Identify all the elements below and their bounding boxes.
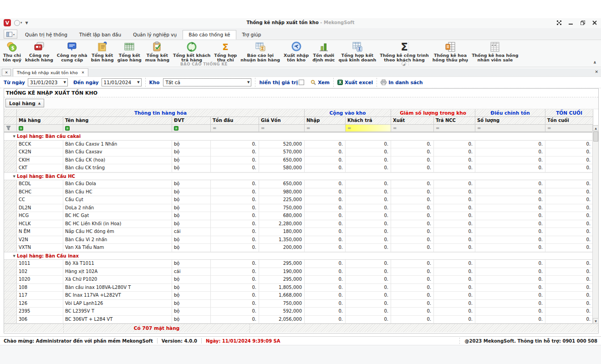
grid-cell: 0. xyxy=(434,308,475,316)
filter-cell-11[interactable]: = xyxy=(545,125,593,132)
ribbon-collapse-icon[interactable]: ∧ xyxy=(593,60,596,65)
column-header-1[interactable]: Mã hàng xyxy=(17,117,63,125)
menu-tab-3[interactable]: Quản lý nghiệp vụ xyxy=(127,30,183,40)
ribbon-item-5[interactable]: Tổng kếtgiao hàng xyxy=(116,41,143,62)
collapse-triangle-icon[interactable]: ▼ xyxy=(4,173,17,180)
filter-cell-6[interactable]: = xyxy=(305,125,346,132)
band-4: Điều chỉnh tồn xyxy=(475,109,545,117)
menu-tab-4[interactable]: Báo cáo thống kê xyxy=(183,30,236,40)
group-row[interactable]: ▼ Loại hàng: Bàn Cầu HC xyxy=(4,172,598,181)
close-icon[interactable] xyxy=(592,20,597,25)
grid-cell: 108 xyxy=(17,284,63,292)
table-row[interactable]: 2395BC L2395V Tbộ0.592,0000.0.0.0.0.0. xyxy=(4,308,598,316)
table-row[interactable]: 108Bàn cầu inax 108VA-L280V Tbộ0.1,805,0… xyxy=(4,284,598,292)
menu-tab-2[interactable]: Thiết lập ban đầu xyxy=(73,30,127,40)
group-by-panel: Loại hàng▲ xyxy=(4,97,598,109)
ribbon-item-12[interactable]: Σ Tổng hợp kếtquả kinh doanh xyxy=(336,41,378,62)
table-row[interactable]: V2NBàn Cầu Vi 2 nhấnbộ0.1,350,0000.0.0.0… xyxy=(4,236,598,244)
ribbon-item-2[interactable]: Công nợkhách hàng xyxy=(23,41,55,62)
grid-cell: 0. xyxy=(475,212,545,220)
table-row[interactable]: CKIHBàn Cầu CK (hoa)bộ0.650,0000.0.0.0.0… xyxy=(4,157,598,165)
expand-icon[interactable] xyxy=(556,20,562,25)
grid-cell: Cầu Cụt xyxy=(63,196,172,204)
scroll-down-icon[interactable]: ▼ xyxy=(593,318,599,324)
table-row[interactable]: VXTNVan Xã Tiểu Nambộ0.200,0000.0.0.0.0.… xyxy=(4,244,598,252)
column-header-2[interactable]: Tên hàng xyxy=(63,117,172,125)
column-header-8[interactable]: Xuất xyxy=(391,117,434,125)
column-header-10[interactable]: Số lượng xyxy=(475,117,545,125)
column-header-11[interactable]: Tồn cuối xyxy=(545,117,593,125)
print-list-button[interactable]: In danh sách xyxy=(381,80,423,85)
menu-tab-1[interactable]: Quản trị hệ thống xyxy=(19,30,73,40)
table-row[interactable]: 126Vòi LAP Lạnh126bộ0.750,0000.0.0.0.0.0… xyxy=(4,300,598,308)
column-header-5[interactable]: Giá Vốn xyxy=(259,117,305,125)
table-row[interactable]: HCGBC HC Gạtbộ0.680,0000.0.0.0.0.0. xyxy=(4,212,598,220)
scroll-up-icon[interactable]: ▲ xyxy=(593,125,599,131)
column-header-4[interactable]: Tồn đầu xyxy=(211,117,259,125)
warehouse-select[interactable]: Tất cả▼ xyxy=(163,78,251,86)
ribbon-item-10[interactable]: Xuất nhậptồn kho xyxy=(282,41,311,62)
table-row[interactable]: CCCầu Cụtbộ0.225,0000.0.0.0.0.0. xyxy=(4,196,598,204)
ribbon-item-4[interactable]: Tổng kếtbán hàng xyxy=(89,41,116,62)
filter-cell-5[interactable]: = xyxy=(259,125,305,132)
tab-thong-ke-nhap-xuat-ton-kho[interactable]: Thống kê nhập xuất tồn kho ✕ xyxy=(13,68,88,76)
ribbon-item-13[interactable]: Σ Thống kê công trìnhtheo khách hàng xyxy=(378,41,431,62)
ribbon-item-8[interactable]: Σ Tổng hợpthu chi xyxy=(212,41,239,62)
show-value-checkbox[interactable] xyxy=(299,80,304,85)
group-row[interactable]: ▼ Loại hàng: Bàn Cầu inax xyxy=(4,252,598,260)
minimize-icon[interactable] xyxy=(568,20,574,25)
svg-text:Σ: Σ xyxy=(261,46,264,51)
filter-cell-9[interactable]: = xyxy=(434,125,475,132)
layout-menu-button[interactable]: ▾ xyxy=(4,30,17,39)
table-row[interactable]: BCHCBàn Cầu HCbộ0.980,0000.0.0.0.0.0. xyxy=(4,188,598,197)
from-date-input[interactable]: 31/01/2023▼ xyxy=(28,78,68,86)
column-header-3[interactable]: ĐVT xyxy=(172,117,211,125)
menu-tab-5[interactable]: Trợ giúp xyxy=(236,30,267,40)
filter-cell-8[interactable]: = xyxy=(391,125,434,132)
to-date-input[interactable]: 11/01/2024▼ xyxy=(102,78,142,86)
table-row[interactable]: 102Hàng xịt 102Acái0.190,0000.0.0.0.0.0. xyxy=(4,268,598,276)
view-button[interactable]: Xem xyxy=(311,80,330,85)
ribbon-item-1[interactable]: $ Thu chitồn quỹ xyxy=(1,41,23,62)
collapse-triangle-icon[interactable]: ▼ xyxy=(4,133,17,140)
table-row[interactable]: 1011Bộ Xã T1011bộ0.295,0000.0.0.0.0.0. xyxy=(4,260,598,268)
ribbon-item-3[interactable]: Công nợ nhàcung cấp xyxy=(55,41,89,62)
table-row[interactable]: BCDLBàn Cầu Dolabộ0.650,0000.0.0.0.0.0. xyxy=(4,180,598,188)
close-all-tabs-button[interactable]: ✕ xyxy=(2,69,11,76)
table-row[interactable]: 117BC Inax 117VA +L282VTbộ0.1,668,0000.0… xyxy=(4,292,598,300)
filter-cell-1[interactable]: a xyxy=(17,125,63,132)
table-row[interactable]: CK2NBàn Cầu Caxsavbộ0.570,0000.0.0.0.0.0… xyxy=(4,148,598,157)
grid-cell: 0. xyxy=(475,276,545,284)
column-header-9[interactable]: Trả NCC xyxy=(434,117,475,125)
table-row[interactable]: 306BC 306VT + L284 VTbộ0.2,056,0000.0.0.… xyxy=(4,316,598,324)
group-by-loai-hang-button[interactable]: Loại hàng▲ xyxy=(5,99,44,107)
table-row[interactable]: CKTBàn cầu CK trắngbộ0.580,0000.0.0.0.0.… xyxy=(4,164,598,172)
ribbon-item-6[interactable]: Tổng kếtmua hàng xyxy=(143,41,171,62)
vertical-scrollbar[interactable]: ▲ ▼ xyxy=(592,125,598,324)
table-row[interactable]: 1020Xã Chữ P1020bộ0.295,0000.0.0.0.0.0. xyxy=(4,276,598,284)
filter-cell-2[interactable]: a xyxy=(63,125,172,132)
column-header-6[interactable]: Nhập xyxy=(305,117,346,125)
scrollbar-thumb[interactable] xyxy=(593,131,598,142)
ribbon-item-11[interactable]: Tồn dướiđịnh mức xyxy=(311,41,336,62)
filter-cell-3[interactable]: a xyxy=(172,125,211,132)
close-icon[interactable]: ✕ xyxy=(81,71,85,75)
group-dialog-launcher-icon[interactable]: ◢ xyxy=(402,61,406,66)
ribbon-item-14[interactable]: Thống kê hoahồng thầu phụ xyxy=(431,41,470,62)
column-header-7[interactable]: Khách trả xyxy=(346,117,391,125)
table-row[interactable]: HCLKBC HC Liền Khối (in Hoa)bộ0.2,280,00… xyxy=(4,220,598,228)
close-icon[interactable]: ✕ xyxy=(595,70,598,74)
export-excel-button[interactable]: X Xuất excel xyxy=(337,80,373,85)
table-row[interactable]: DL2NDoLa 2 nhấnbộ0.750,0000.0.0.0.0.0. xyxy=(4,204,598,212)
ribbon-item-15[interactable]: Thống kê hoa hồngnhân viên sale xyxy=(470,41,520,62)
restore-icon[interactable] xyxy=(580,20,586,25)
table-row[interactable]: BCCKBàn Cầu Caxsv 1 Nhấnbộ0.520,0000.0.0… xyxy=(4,141,598,149)
group-row[interactable]: ▼ Loại hàng: Bàn cầu cakai xyxy=(4,132,598,141)
table-row[interactable]: N ÊMNắp Cầu HC đóng êmcái0.180,0000.0.0.… xyxy=(4,228,598,236)
filter-cell-4[interactable]: = xyxy=(211,125,259,132)
collapse-triangle-icon[interactable]: ▼ xyxy=(4,253,17,260)
ribbon-item-7[interactable]: Tổng kết kháchtrả hàng xyxy=(171,41,212,62)
filter-cell-7[interactable]: = xyxy=(346,125,391,132)
filter-cell-10[interactable]: = xyxy=(475,125,545,132)
ribbon-item-9[interactable]: Σ Báo cáo lợinhuận bán hàng xyxy=(239,41,282,62)
